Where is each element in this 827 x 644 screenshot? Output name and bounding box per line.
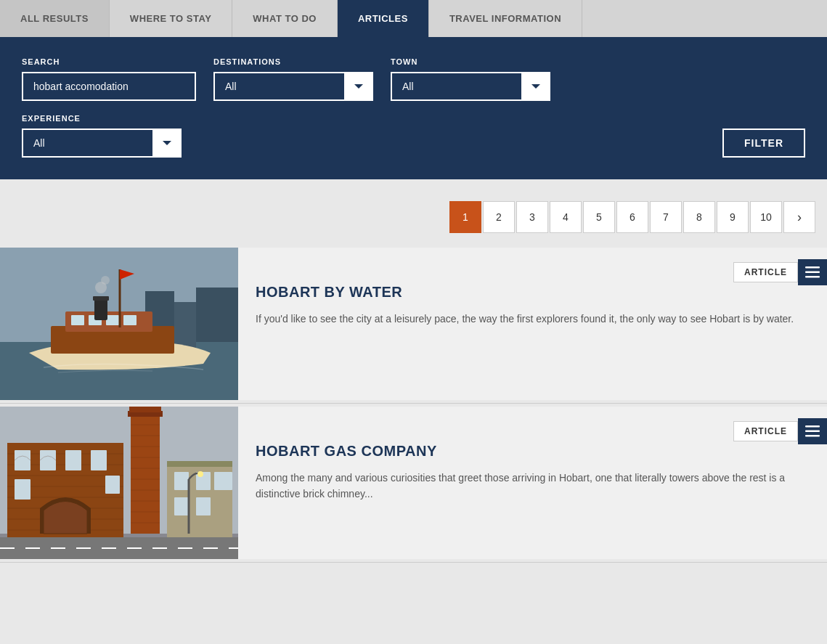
search-input[interactable] bbox=[22, 72, 196, 101]
destinations-select[interactable]: All bbox=[213, 72, 373, 101]
experience-select-wrapper: All bbox=[22, 129, 182, 158]
svg-rect-16 bbox=[805, 266, 820, 269]
svg-rect-61 bbox=[805, 431, 820, 433]
article-card-1: ARTICLE HOBART BY WATER If you'd like to… bbox=[0, 248, 827, 400]
destinations-group: DESTINATIONS All bbox=[213, 57, 373, 101]
article-menu-icon-1[interactable] bbox=[798, 259, 827, 285]
page-btn-9[interactable]: 9 bbox=[717, 201, 749, 233]
town-select[interactable]: All bbox=[391, 72, 550, 101]
search-group: SEARCH bbox=[22, 57, 196, 101]
tab-where-to-stay[interactable]: WHERE TO STAY bbox=[110, 0, 232, 37]
town-label: TOWN bbox=[391, 57, 550, 66]
svg-rect-51 bbox=[174, 472, 189, 490]
page-btn-7[interactable]: 7 bbox=[650, 201, 682, 233]
svg-rect-3 bbox=[174, 302, 196, 349]
filter-panel: SEARCH DESTINATIONS All TOWN All bbox=[0, 37, 827, 179]
article-tag-row-2: ARTICLE bbox=[733, 418, 827, 444]
svg-rect-31 bbox=[40, 450, 56, 470]
svg-rect-32 bbox=[65, 450, 81, 470]
svg-rect-33 bbox=[91, 450, 107, 470]
article-menu-icon-2[interactable] bbox=[798, 418, 827, 444]
svg-rect-35 bbox=[15, 479, 30, 500]
page-btn-6[interactable]: 6 bbox=[616, 201, 648, 233]
svg-rect-62 bbox=[805, 435, 820, 437]
svg-rect-60 bbox=[805, 425, 820, 428]
tab-all-results[interactable]: ALL RESULTS bbox=[0, 0, 110, 37]
experience-select[interactable]: All bbox=[22, 129, 182, 158]
page-btn-10[interactable]: 10 bbox=[750, 201, 782, 233]
page-btn-5[interactable]: 5 bbox=[583, 201, 615, 233]
article-divider-1 bbox=[0, 403, 827, 404]
town-select-wrapper: All bbox=[391, 72, 550, 101]
article-tag-row-1: ARTICLE bbox=[733, 259, 827, 285]
article-title-1[interactable]: HOBART BY WATER bbox=[256, 284, 812, 301]
filter-button[interactable]: FILTER bbox=[722, 129, 805, 158]
article-body-1: ARTICLE HOBART BY WATER If you'd like to… bbox=[238, 248, 827, 400]
article-image-1 bbox=[0, 248, 238, 400]
content-area: 1 2 3 4 5 6 7 8 9 10 › bbox=[0, 179, 827, 577]
destinations-select-wrapper: All bbox=[213, 72, 373, 101]
tab-articles[interactable]: ARTICLES bbox=[338, 0, 429, 37]
tab-what-to-do[interactable]: WHAT TO DO bbox=[232, 0, 338, 37]
svg-rect-9 bbox=[106, 315, 119, 325]
svg-rect-54 bbox=[174, 497, 189, 515]
svg-rect-10 bbox=[123, 315, 137, 325]
svg-rect-50 bbox=[167, 461, 232, 467]
page-btn-3[interactable]: 3 bbox=[516, 201, 548, 233]
svg-rect-13 bbox=[93, 296, 109, 301]
article-body-2: ARTICLE HOBART GAS COMPANY Among the man… bbox=[238, 407, 827, 559]
filter-row-2: EXPERIENCE All FILTER bbox=[22, 114, 805, 158]
article-image-2 bbox=[0, 407, 238, 559]
svg-rect-12 bbox=[94, 298, 107, 320]
article-excerpt-2: Among the many and various curiosities t… bbox=[256, 470, 812, 502]
town-group: TOWN All bbox=[391, 57, 550, 101]
article-tag-1: ARTICLE bbox=[733, 262, 798, 282]
page-btn-8[interactable]: 8 bbox=[683, 201, 715, 233]
tab-travel-information[interactable]: TRAVEL INFORMATION bbox=[429, 0, 582, 37]
destinations-label: DESTINATIONS bbox=[213, 57, 373, 66]
svg-rect-4 bbox=[196, 288, 238, 342]
experience-group: EXPERIENCE All bbox=[22, 114, 182, 158]
nav-tabs: ALL RESULTS WHERE TO STAY WHAT TO DO ART… bbox=[0, 0, 827, 37]
svg-rect-18 bbox=[805, 276, 820, 278]
page-btn-1[interactable]: 1 bbox=[449, 201, 481, 233]
page-btn-2[interactable]: 2 bbox=[483, 201, 515, 233]
svg-rect-36 bbox=[131, 414, 160, 534]
svg-point-57 bbox=[197, 471, 203, 477]
article-divider-2 bbox=[0, 562, 827, 563]
svg-point-15 bbox=[101, 276, 110, 285]
article-title-2[interactable]: HOBART GAS COMPANY bbox=[256, 443, 812, 460]
page-btn-4[interactable]: 4 bbox=[550, 201, 582, 233]
svg-rect-55 bbox=[196, 497, 211, 515]
pagination: 1 2 3 4 5 6 7 8 9 10 › bbox=[0, 194, 827, 248]
article-card-2: ARTICLE HOBART GAS COMPANY Among the man… bbox=[0, 407, 827, 559]
page-btn-next[interactable]: › bbox=[783, 201, 815, 233]
search-label: SEARCH bbox=[22, 57, 196, 66]
svg-rect-53 bbox=[214, 472, 232, 490]
article-excerpt-1: If you'd like to see the city at a leisu… bbox=[256, 311, 812, 327]
svg-rect-34 bbox=[105, 476, 120, 494]
experience-label: EXPERIENCE bbox=[22, 114, 182, 123]
svg-rect-48 bbox=[129, 407, 161, 412]
svg-rect-7 bbox=[71, 315, 84, 325]
svg-rect-17 bbox=[805, 272, 820, 274]
article-tag-2: ARTICLE bbox=[733, 421, 798, 441]
svg-rect-30 bbox=[15, 450, 30, 470]
